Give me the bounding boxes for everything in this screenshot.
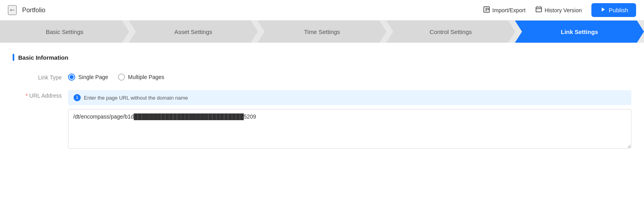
- step-time-label: Time Settings: [304, 28, 340, 35]
- radio-multiple-pages[interactable]: Multiple Pages: [118, 74, 165, 81]
- single-page-label: Single Page: [78, 74, 108, 80]
- step-basic-label: Basic Settings: [46, 28, 83, 35]
- step-basic-settings[interactable]: Basic Settings: [0, 21, 129, 43]
- history-icon: [535, 6, 542, 14]
- step-navigation: Basic Settings Asset Settings Time Setti…: [0, 21, 644, 43]
- history-version-button[interactable]: History Version: [535, 6, 582, 14]
- step-control-label: Control Settings: [430, 28, 472, 35]
- url-textarea[interactable]: /dt/encompass/page/b1d<span class="redac…: [68, 109, 631, 149]
- link-type-row: Link Type Single Page Multiple Pages: [13, 72, 631, 81]
- history-version-label: History Version: [545, 7, 582, 13]
- step-control-settings[interactable]: Control Settings: [386, 21, 515, 43]
- header-actions: Import/Export History Version Publish: [483, 3, 636, 17]
- step-link-settings[interactable]: Link Settings: [515, 21, 644, 43]
- import-export-label: Import/Export: [492, 7, 526, 13]
- info-icon: i: [74, 94, 81, 101]
- url-info-box: i Enter the page URL without the domain …: [68, 90, 631, 105]
- basic-information-title: Basic Information: [18, 54, 68, 61]
- publish-button[interactable]: Publish: [591, 3, 636, 17]
- step-asset-settings[interactable]: Asset Settings: [129, 21, 258, 43]
- publish-label: Publish: [609, 7, 628, 13]
- link-type-label: Link Type: [13, 72, 68, 81]
- header: ← Portfolio Import/Export History Versio…: [0, 0, 644, 21]
- back-button[interactable]: ←: [8, 5, 17, 15]
- radio-single-page-circle: [68, 74, 75, 81]
- step-asset-label: Asset Settings: [174, 28, 212, 35]
- step-time-settings[interactable]: Time Settings: [258, 21, 386, 43]
- radio-single-page[interactable]: Single Page: [68, 74, 108, 81]
- link-type-control: Single Page Multiple Pages: [68, 72, 631, 81]
- multiple-pages-label: Multiple Pages: [128, 74, 165, 80]
- url-address-control: i Enter the page URL without the domain …: [68, 90, 631, 150]
- import-export-button[interactable]: Import/Export: [483, 6, 526, 14]
- url-info-text: Enter the page URL without the domain na…: [84, 95, 188, 101]
- radio-multiple-pages-circle: [118, 74, 125, 81]
- svg-rect-1: [536, 7, 542, 12]
- section-title: Basic Information: [13, 54, 631, 61]
- back-icon: ←: [9, 6, 16, 14]
- publish-icon: [599, 6, 606, 14]
- import-export-icon: [483, 6, 490, 14]
- url-address-label: URL Address: [13, 90, 68, 99]
- radio-group-link-type: Single Page Multiple Pages: [68, 72, 631, 81]
- main-content: Basic Information Link Type Single Page …: [0, 43, 644, 170]
- step-link-label: Link Settings: [561, 28, 598, 35]
- page-title: Portfolio: [22, 7, 483, 14]
- url-address-row: URL Address i Enter the page URL without…: [13, 90, 631, 150]
